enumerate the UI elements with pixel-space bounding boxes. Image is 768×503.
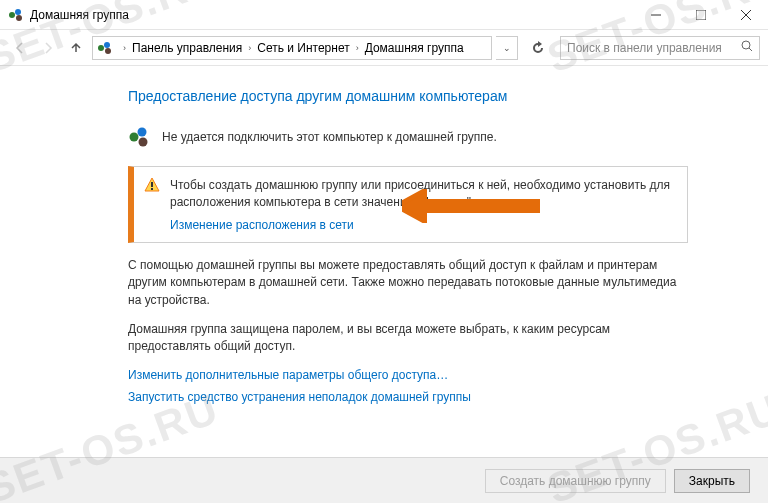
breadcrumb-dropdown[interactable]: ⌄	[496, 36, 518, 60]
footer: Создать домашнюю группу Закрыть	[0, 457, 768, 503]
close-button[interactable]	[723, 0, 768, 30]
search-placeholder: Поиск в панели управления	[567, 41, 741, 55]
chevron-right-icon[interactable]: ›	[123, 43, 126, 53]
svg-point-9	[105, 48, 111, 54]
titlebar: Домашняя группа	[0, 0, 768, 30]
svg-point-12	[130, 133, 139, 142]
chevron-right-icon[interactable]: ›	[356, 43, 359, 53]
troubleshoot-link[interactable]: Запустить средство устранения неполадок …	[128, 390, 688, 404]
navbar: › Панель управления › Сеть и Интернет › …	[0, 30, 768, 66]
change-location-link[interactable]: Изменение расположения в сети	[170, 218, 675, 232]
svg-point-0	[9, 12, 15, 18]
svg-rect-16	[151, 188, 153, 190]
chevron-right-icon[interactable]: ›	[248, 43, 251, 53]
warning-icon	[144, 177, 160, 193]
svg-point-2	[16, 15, 22, 21]
breadcrumb-item[interactable]: Домашняя группа	[365, 41, 464, 55]
svg-rect-4	[696, 10, 706, 20]
search-icon	[741, 40, 753, 55]
maximize-button[interactable]	[678, 0, 723, 30]
breadcrumb-item[interactable]: Сеть и Интернет	[257, 41, 349, 55]
breadcrumb-item[interactable]: Панель управления	[132, 41, 242, 55]
svg-point-14	[139, 138, 148, 147]
page-title: Предоставление доступа другим домашним к…	[128, 88, 688, 104]
search-input[interactable]: Поиск в панели управления	[560, 36, 760, 60]
homegroup-icon	[128, 126, 150, 148]
svg-point-1	[15, 9, 21, 15]
minimize-button[interactable]	[633, 0, 678, 30]
svg-point-8	[104, 42, 110, 48]
svg-rect-15	[151, 182, 153, 187]
window-title: Домашняя группа	[30, 8, 633, 22]
breadcrumb[interactable]: › Панель управления › Сеть и Интернет › …	[92, 36, 492, 60]
description-2: Домашняя группа защищена паролем, и вы в…	[128, 321, 688, 356]
refresh-button[interactable]	[526, 36, 550, 60]
up-button[interactable]	[64, 36, 88, 60]
create-homegroup-button: Создать домашнюю группу	[485, 469, 666, 493]
svg-point-7	[98, 45, 104, 51]
advanced-sharing-link[interactable]: Изменить дополнительные параметры общего…	[128, 368, 688, 382]
homegroup-icon	[8, 7, 24, 23]
info-text: Чтобы создать домашнюю группу или присое…	[170, 177, 675, 212]
status-text: Не удается подключить этот компьютер к д…	[162, 130, 497, 144]
content-area: Предоставление доступа другим домашним к…	[0, 66, 768, 404]
status-row: Не удается подключить этот компьютер к д…	[128, 126, 688, 148]
info-box: Чтобы создать домашнюю группу или присое…	[128, 166, 688, 243]
close-button-footer[interactable]: Закрыть	[674, 469, 750, 493]
forward-button[interactable]	[36, 36, 60, 60]
back-button[interactable]	[8, 36, 32, 60]
description-1: С помощью домашней группы вы можете пред…	[128, 257, 688, 309]
svg-point-13	[138, 128, 147, 137]
svg-line-11	[749, 48, 752, 51]
homegroup-icon	[97, 40, 113, 56]
svg-point-10	[742, 41, 750, 49]
